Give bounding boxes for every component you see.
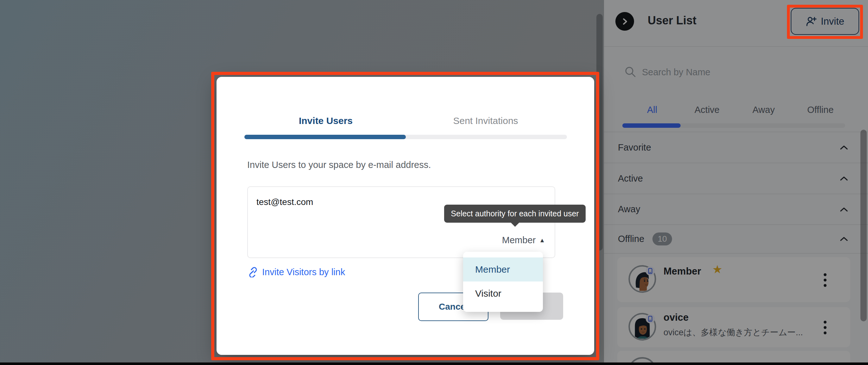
triangle-up-icon: ▲ — [539, 237, 545, 244]
link-icon — [247, 267, 258, 277]
tab-sent-invitations[interactable]: Sent Invitations — [424, 115, 547, 126]
role-select-value: Member — [502, 235, 536, 245]
app-window: User List Invite Search by Name All Acti… — [0, 0, 868, 365]
invite-visitors-link-label: Invite Visitors by link — [262, 267, 345, 277]
role-option-member[interactable]: Member — [463, 258, 543, 281]
role-tooltip-text: Select authority for each invited user — [451, 209, 579, 218]
role-select[interactable]: Member ▲ — [502, 235, 545, 245]
role-dropdown-menu: Member Visitor — [463, 252, 543, 312]
modal-active-tab-indicator — [244, 135, 406, 139]
invite-visitors-link[interactable]: Invite Visitors by link — [247, 267, 345, 277]
window-edge — [0, 362, 868, 365]
invite-description: Invite Users to your space by e-mail add… — [247, 160, 431, 170]
invite-modal: Invite Users Sent Invitations Invite Use… — [217, 77, 594, 355]
modal-tab-track — [244, 135, 567, 139]
email-input-value: test@test.com — [256, 197, 313, 207]
role-tooltip: Select authority for each invited user — [444, 205, 586, 223]
tab-invite-users[interactable]: Invite Users — [264, 115, 388, 126]
tooltip-arrow — [511, 223, 519, 227]
role-option-visitor[interactable]: Visitor — [463, 281, 543, 305]
